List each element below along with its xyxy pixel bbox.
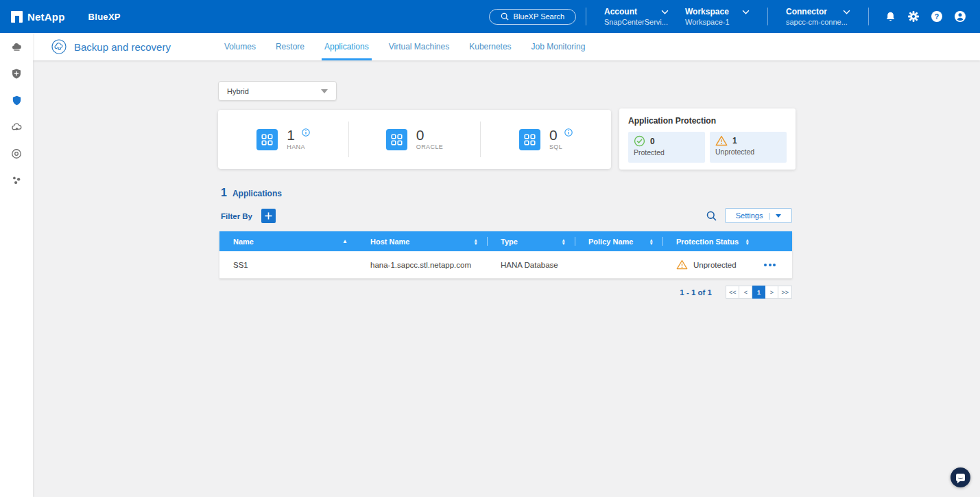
last-page-button[interactable]: >>	[778, 286, 792, 299]
sidebar-item-storage[interactable]	[10, 41, 23, 53]
sidebar-item-health[interactable]	[10, 67, 23, 80]
first-page-button[interactable]: <<	[726, 286, 740, 299]
cell-name: SS1	[219, 261, 357, 269]
grid-icon	[386, 129, 407, 150]
tab-volumes[interactable]: Volumes	[224, 33, 256, 60]
sort-icon[interactable]: ▲▼	[649, 238, 654, 245]
caret-down-icon	[776, 214, 781, 218]
caret-down-icon	[321, 89, 328, 93]
chevron-down-icon	[661, 10, 669, 14]
sort-icon[interactable]: ▲▼	[474, 238, 478, 245]
bluexp-search-button[interactable]: BlueXP Search	[489, 9, 576, 25]
sidebar-item-mobility[interactable]	[10, 121, 23, 133]
bell-icon	[885, 11, 896, 23]
netapp-logo-icon	[11, 11, 23, 23]
user-icon	[954, 10, 966, 23]
sidebar-item-observability[interactable]	[10, 148, 23, 160]
brand-name: NetApp	[27, 11, 65, 23]
top-navigation-bar: NetApp BlueXP BlueXP Search Account Snap…	[0, 0, 980, 33]
warning-icon	[676, 259, 688, 270]
unprotected-count: 1	[732, 136, 737, 146]
column-header-policy-name[interactable]: Policy Name ▲▼	[575, 231, 662, 251]
notifications-button[interactable]	[879, 11, 902, 23]
column-header-type[interactable]: Type ▲▼	[487, 231, 575, 251]
database-summary-card: 1 HANA 0 ORACLE 0 SQL	[218, 110, 611, 169]
left-icon-sidebar	[0, 33, 33, 497]
account-menu-value: SnapCenterServi...	[604, 18, 669, 26]
shield-plus-icon	[11, 68, 22, 80]
topbar-divider	[767, 8, 768, 25]
help-button[interactable]: ?	[925, 10, 948, 23]
ring-icon	[11, 148, 22, 159]
unprotected-tile: 1 Unprotected	[710, 132, 787, 163]
workspace-menu[interactable]: Workspace Workspace-1	[677, 7, 758, 26]
tab-kubernetes[interactable]: Kubernetes	[469, 33, 511, 60]
table-settings-button[interactable]: Settings |	[725, 208, 792, 223]
check-circle-icon	[634, 135, 645, 147]
sort-icon[interactable]: ▲▼	[562, 238, 566, 245]
hana-label: HANA	[287, 143, 310, 150]
sql-count: 0	[549, 128, 558, 142]
info-icon[interactable]	[564, 128, 573, 137]
backup-recovery-icon	[51, 39, 67, 54]
add-filter-button[interactable]	[261, 209, 276, 223]
applications-count-label: Applications	[232, 189, 282, 198]
sort-asc-icon[interactable]: ▲	[342, 240, 348, 244]
workspace-menu-label: Workspace	[685, 7, 729, 16]
sort-icon[interactable]: ▲▼	[745, 238, 750, 245]
applications-count-number: 1	[221, 187, 227, 199]
account-menu[interactable]: Account SnapCenterServi...	[596, 7, 677, 26]
pagination: 1 - 1 of 1 << < 1 > >>	[219, 286, 792, 299]
account-menu-label: Account	[604, 7, 637, 16]
connector-menu[interactable]: Connector sapcc-cm-conne...	[778, 7, 859, 26]
plus-icon	[265, 212, 272, 220]
environment-type-dropdown[interactable]: Hybrid	[218, 81, 337, 101]
column-header-name[interactable]: Name ▲	[219, 231, 357, 251]
column-header-actions	[758, 231, 792, 251]
chat-icon	[956, 474, 965, 481]
sidebar-item-extensions[interactable]	[10, 174, 23, 187]
row-actions-menu[interactable]	[758, 264, 776, 266]
table-row[interactable]: SS1 hana-1.sapcc.stl.netapp.com HANA Dat…	[219, 251, 792, 279]
netapp-brand[interactable]: NetApp BlueXP	[11, 11, 121, 23]
info-icon[interactable]	[302, 128, 310, 137]
column-header-protection-status[interactable]: Protection Status ▲▼	[662, 231, 758, 251]
applications-count: 1 Applications	[221, 187, 282, 199]
gear-icon	[907, 10, 920, 23]
oracle-count: 0	[416, 128, 425, 142]
tab-virtual-machines[interactable]: Virtual Machines	[389, 33, 450, 60]
tab-job-monitoring[interactable]: Job Monitoring	[531, 33, 586, 60]
settings-divider: |	[768, 211, 770, 220]
column-header-host-name[interactable]: Host Name ▲▼	[357, 231, 487, 251]
help-icon: ?	[931, 10, 943, 23]
sql-label: SQL	[549, 143, 573, 150]
stat-sql: 0 SQL	[480, 122, 611, 157]
settings-button-topbar[interactable]	[902, 10, 925, 23]
page-title: Backup and recovery	[74, 41, 171, 53]
shield-filled-icon	[12, 95, 22, 106]
tab-restore[interactable]: Restore	[276, 33, 304, 60]
chevron-down-icon	[742, 10, 750, 14]
topbar-divider	[868, 8, 869, 25]
product-name: BlueXP	[88, 12, 121, 22]
chevron-down-icon	[843, 10, 850, 14]
prev-page-button[interactable]: <	[739, 286, 752, 299]
grid-icon	[519, 129, 540, 150]
cloud-sync-icon	[11, 122, 23, 133]
svg-text:?: ?	[935, 12, 939, 21]
unprotected-label: Unprotected	[715, 148, 781, 156]
connector-menu-value: sapcc-cm-conne...	[786, 18, 850, 26]
oracle-label: ORACLE	[416, 143, 443, 150]
sidebar-item-protection-active[interactable]	[10, 94, 23, 106]
cell-host-name: hana-1.sapcc.stl.netapp.com	[357, 261, 487, 269]
user-account-button[interactable]	[948, 10, 972, 23]
protected-tile: 0 Protected	[628, 132, 705, 163]
application-protection-card: Application Protection 0 Protected 1 Unp…	[619, 108, 796, 170]
tab-applications[interactable]: Applications	[324, 33, 369, 60]
page-1-button[interactable]: 1	[752, 286, 765, 299]
next-page-button[interactable]: >	[765, 286, 778, 299]
cloud-drive-icon	[11, 41, 23, 53]
settings-label: Settings	[736, 211, 763, 220]
table-search-icon[interactable]	[706, 211, 717, 221]
chat-support-button[interactable]	[951, 467, 970, 487]
